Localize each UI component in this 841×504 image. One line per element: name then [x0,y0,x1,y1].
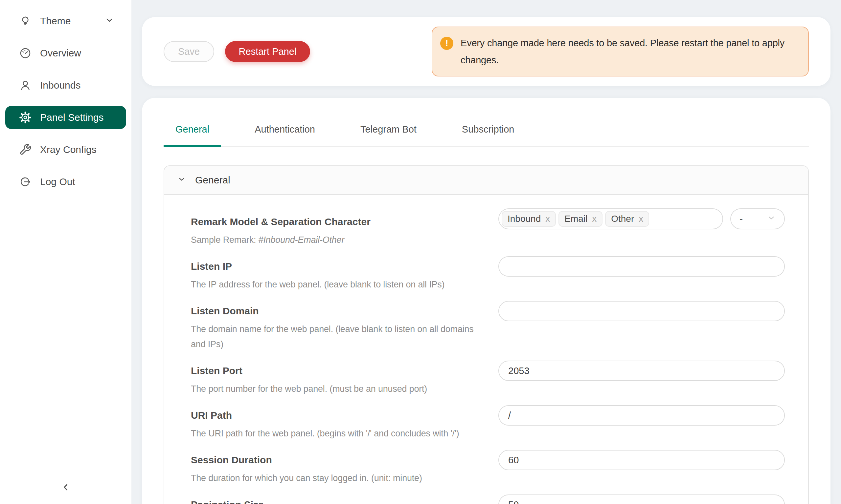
field-label: Listen Domain [191,304,488,318]
field-description: Sample Remark: #Inbound-Email-Other [191,232,483,247]
logout-icon [19,176,32,188]
tab-authentication[interactable]: Authentication [243,124,327,146]
chevron-down-icon [177,175,186,186]
chevron-left-icon [60,482,71,494]
sidebar-collapse-button[interactable] [0,482,132,494]
sidebar-item-inbounds[interactable]: Inbounds [5,74,126,97]
form-row-listen-ip: Listen IP The IP address for the web pan… [191,259,785,292]
dashboard-icon [19,47,32,59]
sidebar-item-label: Panel Settings [40,112,103,123]
field-label: URI Path [191,408,488,422]
action-buttons: Save Restart Panel [164,41,310,62]
user-icon [19,79,32,92]
actions-card: Save Restart Panel ! Every change made h… [142,17,830,86]
tab-general[interactable]: General [164,124,221,146]
tab-telegram-bot[interactable]: Telegram Bot [348,124,428,146]
tag-chip: Other x [605,211,649,227]
chevron-down-icon [767,213,776,224]
sidebar-item-label: Log Out [40,176,75,187]
section-title: General [195,175,230,186]
warning-alert: ! Every change made here needs to be sav… [432,26,809,76]
chevron-down-icon [104,15,114,27]
wrench-icon [19,143,32,156]
general-collapse-header[interactable]: General [164,166,808,195]
sidebar-item-label: Overview [40,48,81,59]
field-description: The domain name for the web panel. (leav… [191,322,483,352]
sidebar-item-label: Inbounds [40,80,81,91]
remove-tag-icon[interactable]: x [545,214,550,223]
settings-card: General Authentication Telegram Bot Subs… [142,98,830,504]
remark-model-multiselect[interactable]: Inbound x Email x Other x [498,209,723,229]
form-row-listen-domain: Listen Domain The domain name for the we… [191,304,785,352]
listen-ip-input[interactable] [498,256,785,276]
general-collapse-panel: General Remark Model & Separation Charac… [164,165,809,504]
field-label: Listen IP [191,259,488,274]
sidebar-item-label: Theme [40,15,71,26]
form-row-pagination-size: Pagination Size [191,498,785,504]
field-description: The port number for the web panel. (must… [191,381,483,396]
pagination-size-input[interactable] [498,494,785,504]
session-duration-input[interactable] [498,450,785,470]
field-description: The IP address for the web panel. (leave… [191,277,483,292]
sidebar-item-overview[interactable]: Overview [5,42,126,65]
field-label: Pagination Size [191,498,488,504]
form-row-remark-model: Remark Model & Separation Character Samp… [191,215,785,247]
sidebar: Theme Overview Inbounds Panel Settings [0,0,132,504]
separator-value: - [739,213,743,224]
exclamation-circle-icon: ! [440,37,453,50]
tag-chip: Email x [559,211,602,227]
separator-select[interactable]: - [730,209,785,229]
settings-tabs: General Authentication Telegram Bot Subs… [164,124,809,147]
form-row-session-duration: Session Duration The duration for which … [191,453,785,486]
remove-tag-icon[interactable]: x [639,214,643,223]
sidebar-item-label: Xray Configs [40,144,97,155]
sidebar-item-log-out[interactable]: Log Out [5,170,126,193]
field-label: Listen Port [191,363,488,378]
listen-domain-input[interactable] [498,301,785,321]
sidebar-item-theme[interactable]: Theme [5,10,126,33]
sidebar-item-panel-settings[interactable]: Panel Settings [5,106,126,129]
uri-path-input[interactable] [498,405,785,426]
sidebar-item-xray-configs[interactable]: Xray Configs [5,138,126,161]
tab-subscription[interactable]: Subscription [450,124,526,146]
field-description: The URI path for the web panel. (begins … [191,426,483,441]
tag-chip: Inbound x [502,211,556,227]
field-description: The duration for which you can stay logg… [191,470,483,486]
save-button[interactable]: Save [164,41,214,62]
restart-panel-button[interactable]: Restart Panel [225,41,310,62]
lightbulb-icon [19,15,32,27]
field-label: Remark Model & Separation Character [191,215,488,229]
form-row-listen-port: Listen Port The port number for the web … [191,363,785,396]
main-content: Save Restart Panel ! Every change made h… [132,0,841,504]
field-label: Session Duration [191,453,488,467]
general-form: Remark Model & Separation Character Samp… [164,195,808,504]
form-row-uri-path: URI Path The URI path for the web panel.… [191,408,785,441]
alert-text: Every change made here needs to be saved… [461,34,789,69]
gear-icon [19,111,32,124]
listen-port-input[interactable] [498,361,785,381]
remove-tag-icon[interactable]: x [592,214,597,223]
